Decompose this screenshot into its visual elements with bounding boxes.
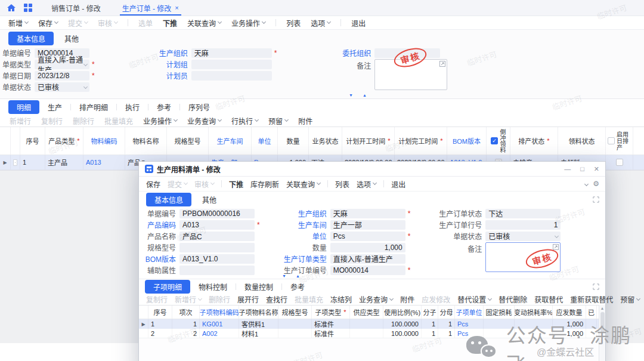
related-query-button[interactable]: 关联查询 bbox=[286, 179, 320, 189]
col-unit[interactable]: 单位 bbox=[252, 127, 278, 155]
col-daily-sched[interactable]: ✓ 启用日排产 bbox=[606, 127, 633, 155]
vertical-scrollbar[interactable]: ▲ bbox=[599, 305, 605, 361]
col-biz-status[interactable]: 业务状态 bbox=[309, 127, 342, 155]
doc-status-select[interactable]: 已审核 bbox=[485, 232, 561, 241]
cell-spec[interactable] bbox=[278, 329, 312, 338]
prod-org-field[interactable]: 天麻 bbox=[330, 209, 405, 218]
row-grip-icon[interactable] bbox=[13, 159, 17, 166]
cell-seq[interactable]: 1 bbox=[148, 319, 172, 329]
tab-sales-order[interactable]: 销售订单 - 修改 bbox=[41, 0, 112, 16]
field-label-link[interactable]: 计划员 bbox=[152, 70, 188, 81]
tab-basic-info[interactable]: 基本信息 bbox=[146, 193, 191, 206]
col-mat-name[interactable]: 物料名称 bbox=[125, 127, 167, 155]
col-plan-finish[interactable]: 计划完工时间* bbox=[395, 127, 447, 155]
gear-icon[interactable]: ⚙ bbox=[593, 180, 599, 188]
collapse-up-icon[interactable]: ▲ bbox=[363, 93, 367, 97]
cell-numerator[interactable]: 1 bbox=[422, 329, 438, 338]
col-sched-status[interactable]: 排产状态* bbox=[510, 127, 558, 155]
planner-field[interactable] bbox=[191, 71, 272, 81]
attachment-button[interactable]: 附件 bbox=[400, 294, 414, 304]
row-execute-button[interactable]: 行执行 bbox=[231, 116, 258, 126]
field-label-link[interactable]: 生产订单类型 bbox=[281, 254, 327, 264]
stock-refresh-button[interactable]: 库存刷新 bbox=[250, 179, 279, 189]
fullscreen-icon[interactable] bbox=[593, 196, 599, 203]
business-op-button[interactable]: 业务操作 bbox=[231, 18, 265, 28]
cell-issue-qty[interactable]: 1,000 bbox=[553, 319, 586, 329]
fullscreen-icon[interactable] bbox=[593, 283, 599, 290]
expand-row-button[interactable]: 展开行 bbox=[237, 294, 259, 304]
daily-sched-checkbox[interactable]: ✓ bbox=[616, 159, 623, 166]
col-numerator[interactable]: 分子 bbox=[422, 306, 438, 319]
field-label-link[interactable]: 生产车间 bbox=[281, 220, 327, 230]
mo-line-field[interactable]: 1 bbox=[485, 220, 561, 230]
qty-field[interactable]: 1,000 bbox=[330, 243, 405, 252]
save-button[interactable]: 保存 bbox=[38, 18, 58, 28]
cell-sub-unit[interactable]: Pcs bbox=[455, 319, 484, 329]
spec-field[interactable] bbox=[179, 243, 255, 252]
attachment-button[interactable]: 附件 bbox=[298, 116, 312, 126]
col-denominator[interactable]: 分母 bbox=[438, 306, 455, 319]
col-prod-type[interactable]: 产品类型* bbox=[45, 127, 83, 155]
col-spec[interactable]: 规格型号 bbox=[278, 306, 312, 319]
workshop-field[interactable]: 生产一部 bbox=[330, 220, 405, 230]
prod-code-field[interactable]: A013 bbox=[179, 220, 255, 230]
field-label-link[interactable]: 生产组织 bbox=[281, 208, 327, 218]
plan-group-field[interactable] bbox=[191, 60, 272, 69]
tab-qty-control[interactable]: 数量控制 bbox=[237, 280, 280, 293]
save-button[interactable]: 保存 bbox=[146, 179, 160, 189]
options-button[interactable]: 选项 bbox=[311, 18, 330, 28]
col-sub-unit[interactable]: 子项单位 bbox=[455, 306, 484, 319]
col-ratio[interactable]: 使用比例(%) bbox=[383, 306, 422, 319]
push-down-button[interactable]: 下推 bbox=[163, 18, 177, 28]
exit-button[interactable]: 退出 bbox=[391, 179, 405, 189]
doc-status-select[interactable]: 已审核 bbox=[35, 82, 89, 92]
field-label-link[interactable]: BOM版本 bbox=[139, 254, 176, 264]
field-label-link[interactable]: 计划组 bbox=[152, 59, 188, 69]
col-issue-qty[interactable]: 应发数量 bbox=[553, 306, 586, 319]
cell-sub-name[interactable]: 材料1 bbox=[239, 329, 278, 338]
col-fixed-loss[interactable]: 固定损耗 bbox=[484, 306, 515, 319]
cell-spec[interactable] bbox=[278, 319, 312, 329]
substitute-delete-button[interactable]: 替代删除 bbox=[499, 294, 527, 304]
col-more[interactable]: 已 bbox=[586, 306, 597, 319]
exit-button[interactable]: 退出 bbox=[351, 18, 366, 28]
cell-denominator[interactable]: 1 bbox=[438, 319, 455, 329]
cell-fixed-loss[interactable] bbox=[484, 319, 515, 329]
cell-var-loss[interactable] bbox=[515, 329, 553, 338]
minimize-icon[interactable]: — bbox=[564, 165, 571, 173]
tab-detail[interactable]: 明细 bbox=[8, 100, 39, 114]
tab-execute[interactable]: 执行 bbox=[118, 101, 147, 113]
backflush-header-checkbox[interactable]: ✓ bbox=[491, 137, 498, 144]
col-plan-start[interactable]: 计划开工时间* bbox=[342, 127, 395, 155]
field-label-link[interactable]: 产品编码 bbox=[139, 220, 176, 230]
prod-org-field[interactable]: 天麻 bbox=[191, 48, 272, 58]
doc-no-field[interactable]: PPBOM00000016 bbox=[179, 209, 255, 218]
grid-row[interactable]: ▶ 1 1 KG001 客供料1 标准件 100.0000 1 1 Pcs 1,… bbox=[139, 319, 605, 329]
home-icon[interactable] bbox=[0, 0, 21, 16]
cell-sub-unit[interactable]: Pcs bbox=[455, 329, 484, 338]
maximize-icon[interactable]: □ bbox=[580, 165, 584, 173]
push-down-button[interactable]: 下推 bbox=[229, 179, 243, 189]
find-row-button[interactable]: 查找行 bbox=[266, 294, 287, 304]
grid-row[interactable]: 2 2 A002 材料1 标准件 100.0000 1 1 Pcs 1,000 bbox=[139, 329, 605, 338]
col-qty[interactable]: 数量 bbox=[278, 127, 309, 155]
cell-numerator[interactable]: 1 bbox=[422, 319, 438, 329]
aux-attr-field[interactable] bbox=[179, 266, 255, 275]
col-seq[interactable]: 序号 bbox=[148, 306, 172, 319]
cell-ratio[interactable]: 100.0000 bbox=[383, 319, 422, 329]
field-label-link[interactable]: 生产组织 bbox=[152, 48, 188, 58]
col-sub-code[interactable]: 子项物料编码 bbox=[200, 306, 239, 319]
tab-other[interactable]: 其他 bbox=[194, 193, 225, 206]
business-query-button[interactable]: 业务查询 bbox=[359, 294, 393, 304]
related-query-button[interactable]: 关联查询 bbox=[187, 18, 221, 28]
cell-prod-type[interactable]: 主产品 bbox=[45, 155, 83, 169]
business-op-button[interactable]: 业务操作 bbox=[143, 116, 177, 126]
close-icon[interactable]: × bbox=[175, 4, 178, 11]
mo-status-field[interactable]: 下达 bbox=[485, 209, 561, 218]
list-button[interactable]: 列表 bbox=[286, 18, 301, 28]
bom-version-field[interactable]: A013_V1.0 bbox=[179, 254, 255, 264]
cell-fixed-loss[interactable] bbox=[484, 329, 515, 338]
tab-sub-item-detail[interactable]: 子项明细 bbox=[145, 280, 190, 294]
tab-material-control[interactable]: 物料控制 bbox=[191, 280, 234, 293]
scrollbar-thumb[interactable] bbox=[600, 312, 605, 332]
